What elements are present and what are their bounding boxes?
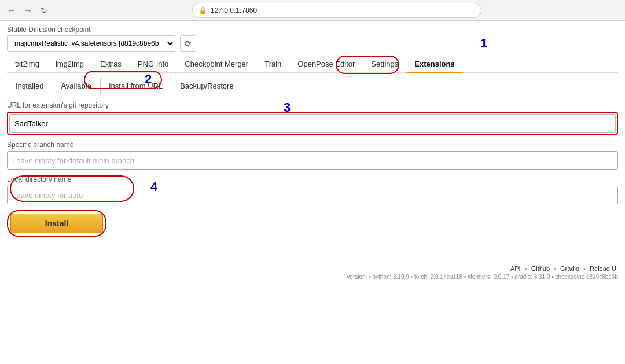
footer-reload-ui-link[interactable]: Reload UI <box>590 265 618 272</box>
branch-input[interactable] <box>7 151 618 170</box>
install-button-wrapper: Install <box>7 210 106 237</box>
footer: API • Github • Gradio • Reload UI versio… <box>7 260 618 285</box>
dir-field-group: Local directory name <box>7 175 618 204</box>
tab-train[interactable]: Train <box>256 56 289 73</box>
footer-version: version: • python: 3.10.9 • torch: 2.0.1… <box>7 274 618 280</box>
checkpoint-select[interactable]: majicmixRealistic_v4.safetensors [d819c8… <box>7 35 175 52</box>
footer-api-link[interactable]: API <box>510 265 521 272</box>
dir-input[interactable] <box>7 186 618 204</box>
tab-settings[interactable]: Settings <box>363 56 406 73</box>
tab-extensions[interactable]: Extensions <box>406 56 462 73</box>
url-text: 127.0.0.1:7860 <box>211 6 257 14</box>
forward-button[interactable]: → <box>22 5 34 16</box>
divider <box>7 253 618 253</box>
tab-txt2img[interactable]: txt2img <box>7 56 47 73</box>
subtab-installed[interactable]: Installed <box>7 78 52 94</box>
browser-chrome: ← → ↻ 🔒 127.0.0.1:7860 <box>0 0 625 21</box>
refresh-button[interactable]: ↻ <box>38 5 50 16</box>
footer-gradio-link[interactable]: Gradio <box>560 265 579 272</box>
tab-openpose-editor[interactable]: OpenPose Editor <box>289 56 363 73</box>
url-label: URL for extension's git repository <box>7 101 618 109</box>
tab-png-info[interactable]: PNG Info <box>130 56 177 73</box>
subtab-install-from-url[interactable]: Install from URL <box>100 78 171 94</box>
branch-label: Specific branch name <box>7 141 618 149</box>
back-button[interactable]: ← <box>6 5 17 16</box>
sub-tabs: Installed Available Install from URL Bac… <box>7 78 618 94</box>
url-field-group: URL for extension's git repository <box>7 101 618 135</box>
shield-icon: 🔒 <box>198 6 207 14</box>
url-input-wrapper <box>7 112 618 135</box>
checkpoint-row: majicmixRealistic_v4.safetensors [d819c8… <box>7 35 618 52</box>
address-bar[interactable]: 🔒 127.0.0.1:7860 <box>192 3 481 18</box>
install-button[interactable]: Install <box>10 214 103 233</box>
subtab-available[interactable]: Available <box>52 78 100 94</box>
tab-extras[interactable]: Extras <box>92 56 130 73</box>
tab-img2img[interactable]: img2img <box>47 56 92 73</box>
footer-links: API • Github • Gradio • Reload UI <box>7 265 618 272</box>
subtab-backup-restore[interactable]: Backup/Restore <box>171 78 242 94</box>
dir-label: Local directory name <box>7 175 618 183</box>
footer-github-link[interactable]: Github <box>531 265 550 272</box>
branch-field-group: Specific branch name <box>7 141 618 170</box>
main-tabs: txt2img img2img Extras PNG Info Checkpoi… <box>7 56 618 73</box>
checkpoint-refresh-button[interactable]: ⟳ <box>180 35 196 52</box>
url-input[interactable] <box>9 114 616 133</box>
checkpoint-label: Stable Diffusion checkpoint <box>7 25 618 34</box>
main-content: Stable Diffusion checkpoint majicmixReal… <box>0 21 625 364</box>
tab-checkpoint-merger[interactable]: Checkpoint Merger <box>177 56 256 73</box>
